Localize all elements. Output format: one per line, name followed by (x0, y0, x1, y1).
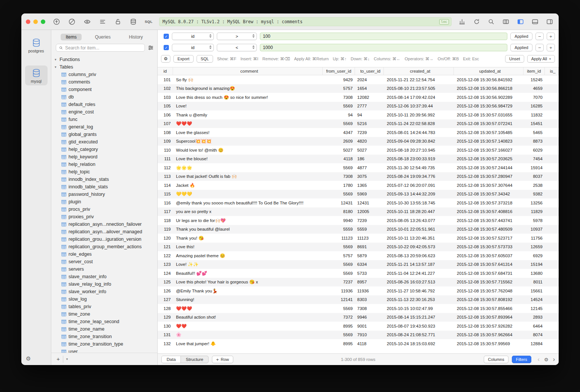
cell-id[interactable]: 120 (158, 236, 173, 240)
cell-item_id[interactable]: 7454 (523, 157, 545, 161)
table-row[interactable]: 117you are so pretty x8180120052015-10-1… (158, 207, 559, 216)
table-row[interactable]: 126@Emily Thank you💃11936119362015-11-27… (158, 286, 559, 295)
cell-created_at[interactable]: 2015-08-26 16:03:27.513 (384, 280, 454, 284)
cell-comment[interactable]: Beautiful action shot! (173, 315, 323, 319)
cell-updated_at[interactable]: 2015-12-08 15:30:57.573733 (454, 244, 523, 249)
cell-created_at[interactable]: 2015-08-24 21:08:52.771 (384, 332, 454, 337)
sidebar-table-item[interactable]: time_zone (51, 310, 157, 318)
columns-button[interactable]: Columns (484, 356, 508, 363)
table-row[interactable]: 112🌟🌟🌟556948772015-11-30 12:54:49.735201… (158, 163, 559, 172)
table-row[interactable]: 129Beautiful action shot!737299462015-08… (158, 313, 559, 322)
sql-editor-icon[interactable]: SQL (144, 17, 153, 26)
page-settings-gear-icon[interactable]: ⚙ (544, 357, 549, 362)
cell-comment[interactable]: Beautiful!! 💕💕 (173, 271, 323, 276)
unset-button[interactable]: Unset (505, 55, 524, 63)
table-row[interactable]: 125Love this photo! Your hair is gorgeou… (158, 278, 559, 287)
cell-id[interactable]: 127 (158, 297, 173, 302)
cell-comment[interactable]: Love that jumper! 🐥 (173, 341, 323, 346)
cell-updated_at[interactable]: 2015-12-08 15:30:57.605037 (454, 253, 523, 258)
cell-item_id[interactable]: 15245 (523, 78, 545, 82)
cell-item_id[interactable]: 15661 (523, 289, 545, 293)
sidebar-table-item[interactable]: slave_relay_log_info (51, 280, 157, 288)
close-window-button[interactable] (26, 19, 30, 24)
cell-to_user_id[interactable]: 5879 (355, 253, 384, 258)
tab-items[interactable]: Items (61, 34, 81, 40)
cell-id[interactable]: 122 (158, 253, 173, 258)
cell-from_user_id[interactable]: 5757 (323, 253, 355, 258)
cell-updated_at[interactable]: 2015-12-08 15:30:57.443741 (454, 218, 523, 223)
cell-to_user_id[interactable]: 5216 (355, 121, 384, 126)
cell-id[interactable]: 123 (158, 262, 173, 267)
cell-updated_at[interactable]: 2015-12-08 15:30:57.962664 (454, 332, 523, 337)
filter-enabled-checkbox[interactable]: ✓ (164, 34, 169, 39)
table-row[interactable]: 123Love! ✨✨556963342015-11-21 14:13:57.1… (158, 260, 559, 269)
cell-created_at[interactable]: 2015-10-24 18:15:03.692 (384, 341, 454, 346)
cell-updated_at[interactable]: 2015-12-08 15:30:57.072241 (454, 121, 523, 126)
cell-comment[interactable]: you are so pretty x (173, 209, 323, 214)
table-row[interactable]: 124Beautiful!! 💕💕556957332015-11-04 12:2… (158, 269, 559, 278)
cell-item_id[interactable]: 13256 (523, 201, 545, 205)
cell-comment[interactable]: ❤️❤️ (173, 323, 323, 329)
cell-to_user_id[interactable]: 5733 (355, 271, 384, 276)
cell-to_user_id[interactable]: 9001 (355, 324, 384, 328)
table-row[interactable]: 122Amazing pastel theme 😊575758792015-08… (158, 251, 559, 260)
cell-updated_at[interactable]: 2015-12-08 15:30:57.031655 (454, 113, 523, 117)
cell-created_at[interactable]: 2015-09-04 09:28:30.842 (384, 139, 454, 143)
cell-updated_at[interactable]: 2015-12-08 15:30:57.307644 (454, 183, 523, 188)
cell-created_at[interactable]: 2015-08-13 20:59:06.623 (384, 253, 454, 258)
cell-created_at[interactable]: 2015-11-21 14:13:57.187 (384, 262, 454, 267)
cell-updated_at[interactable]: 2015-12-08 15:30:57.408816 (454, 209, 523, 214)
cell-to_user_id[interactable]: 2024 (355, 78, 384, 82)
sidebar-table-item[interactable]: columns_priv (51, 71, 157, 78)
cell-from_user_id[interactable]: 5569 (323, 244, 355, 249)
dock-settings-gear-icon[interactable]: ⚙ (26, 355, 31, 362)
add-item-button[interactable]: + (56, 356, 63, 363)
cell-updated_at[interactable]: 2015-12-08 15:30:57.808192 (454, 297, 523, 302)
cell-from_user_id[interactable]: 5569 (323, 262, 355, 267)
cell-from_user_id[interactable]: 5569 (323, 192, 355, 196)
table-row[interactable]: 118Ur legs are to die for🙌🏻💖994072392015… (158, 216, 559, 225)
column-header-comment[interactable]: comment (173, 67, 323, 75)
view-structure-tab[interactable]: Structure (181, 356, 208, 363)
cell-created_at[interactable]: 2015-08-05 13:26:43.077 (384, 218, 454, 223)
cell-updated_at[interactable]: 2015-12-08 15:30:57.99569 (454, 341, 523, 346)
cell-id[interactable]: 124 (158, 271, 173, 276)
cell-id[interactable]: 130 (158, 324, 173, 328)
column-header-created_at[interactable]: created_at (384, 67, 454, 75)
table-row[interactable]: 107❤️❤️❤️556952162015-11-24 22:02:58.828… (158, 119, 559, 128)
sidebar-table-item[interactable]: help_category (51, 146, 157, 153)
sidebar-table-item[interactable]: innodb_index_stats (51, 176, 157, 183)
cell-from_user_id[interactable]: 7237 (323, 280, 355, 284)
cell-comment[interactable]: 🌟🌟🌟 (173, 165, 323, 170)
table-row[interactable]: 103Love this dress so much 😍 so nice for… (158, 93, 559, 102)
sidebar-table-item[interactable]: engine_cost (51, 108, 157, 116)
group-tables[interactable]: ▾ Tables (51, 63, 157, 71)
cell-comment[interactable]: Would love to! @mith 😊 (173, 148, 323, 153)
cell-created_at[interactable]: 2015-12-06 10:37:39.44 (384, 104, 454, 108)
cell-updated_at[interactable]: 2015-12-08 15:30:57.523717 (454, 236, 523, 240)
table-row[interactable]: 116@emily thank you soooo much beautiful… (158, 198, 559, 207)
cell-id[interactable]: 116 (158, 201, 173, 205)
next-page-icon[interactable]: › (553, 356, 555, 362)
cell-item_id[interactable]: 14524 (523, 297, 545, 302)
cell-id[interactable]: 117 (158, 209, 173, 214)
table-row[interactable]: 102This background is amazing😍5757165420… (158, 84, 559, 93)
cell-created_at[interactable]: 2015-11-13 22:30:16.253 (384, 297, 454, 302)
table-row[interactable]: 119Thank you beautiful @laurel5559555920… (158, 225, 559, 234)
cell-updated_at[interactable]: 2015-12-08 15:30:57.244144 (454, 165, 523, 170)
cell-to_user_id[interactable]: 4877 (355, 165, 384, 170)
cell-id[interactable]: 109 (158, 139, 173, 143)
cancel-icon[interactable] (67, 17, 76, 26)
cell-created_at[interactable]: 2015-07-12 06:20:07.091 (384, 183, 454, 188)
commit-icon[interactable] (52, 17, 61, 26)
cell-created_at[interactable]: 2015-08-10 21:23:57.505 (384, 86, 454, 91)
cell-to_user_id[interactable]: 12082 (355, 95, 384, 100)
cell-from_user_id[interactable]: 5569 (323, 332, 355, 337)
cell-to_user_id[interactable]: 8691 (355, 244, 384, 249)
cell-updated_at[interactable]: 2015-12-08 15:30:57.715562 (454, 280, 523, 284)
sidebar-table-item[interactable]: plugin (51, 198, 157, 206)
sidebar-table-item[interactable]: func (51, 116, 157, 123)
column-header-is_[interactable]: is_ (545, 67, 559, 75)
sidebar-table-item[interactable]: time_zone_leap_second (51, 318, 157, 325)
cell-created_at[interactable]: 2015-11-30 12:54:49.735 (384, 165, 454, 170)
